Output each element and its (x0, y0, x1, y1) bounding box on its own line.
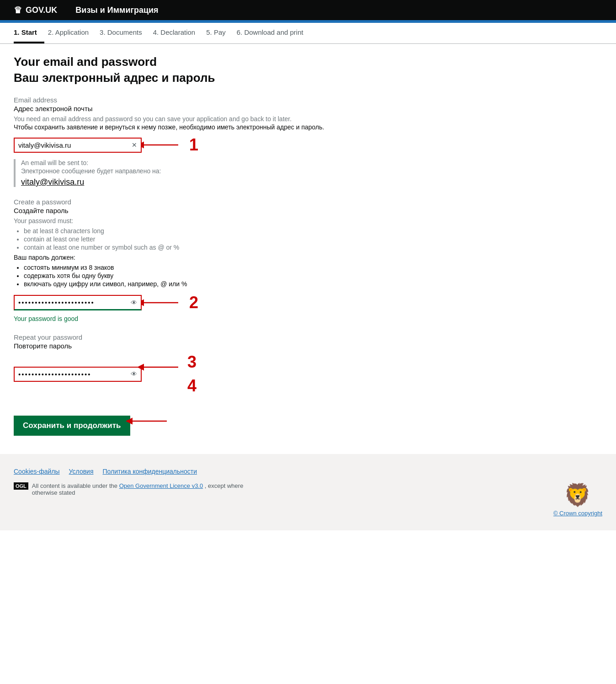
tab-start[interactable]: 1. Start (14, 23, 44, 43)
password-label-en: Create a password (14, 198, 398, 206)
annotation-1: 1 (189, 135, 198, 155)
tab-application[interactable]: 2. Application (48, 23, 96, 43)
site-title: Визы и Иммиграция (75, 5, 158, 15)
req-en-1: be at least 8 characters long (24, 227, 398, 235)
footer-right: 🦁 © Crown copyright (553, 482, 602, 517)
email-hint-en: You need an email address and password s… (14, 115, 398, 123)
email-label-en: Email address (14, 96, 398, 104)
footer: Cookies-файлы Условия Политика конфиденц… (0, 454, 616, 530)
annotation-2: 2 (189, 293, 198, 312)
email-clear-icon[interactable]: ✕ (132, 141, 137, 149)
email-confirm-block: An email will be sent to: Электронное со… (14, 159, 398, 187)
ogl-badge: OGL (14, 482, 28, 490)
password-must-label: Your password must: (14, 217, 398, 224)
page-title-en: Your email and password (14, 55, 398, 69)
logo-text: GOV.UK (26, 5, 57, 15)
footer-ogl: OGL All content is available under the O… (14, 482, 265, 496)
copyright-link[interactable]: © Crown copyright (553, 510, 602, 517)
repeat-password-input[interactable] (18, 370, 131, 378)
submit-button[interactable]: Сохранить и продолжить (14, 416, 130, 436)
page-title-ru: Ваш электронный адрес и пароль (14, 71, 398, 85)
tab-pay[interactable]: 5. Pay (206, 23, 233, 43)
footer-link-terms[interactable]: Условия (69, 468, 94, 475)
vash-parol-label: Ваш пароль должен: (14, 254, 398, 261)
email-confirm-value: vitaly@vikivisa.ru (21, 177, 398, 187)
password-good-msg: Your password is good (14, 315, 398, 322)
footer-bottom: OGL All content is available under the O… (14, 482, 602, 517)
req-ru-3: включать одну цифру или символ, например… (24, 280, 398, 288)
password-requirements-ru: состоять минимум из 8 знаков содержать х… (14, 264, 398, 288)
arrow-submit (130, 412, 176, 430)
email-section: Email address Адрес электроной почты You… (14, 96, 398, 187)
gov-uk-logo[interactable]: ♛ GOV.UK (14, 5, 57, 16)
email-input-wrapper[interactable]: vitaly@vikivisa.ru ✕ (14, 138, 142, 153)
footer-links: Cookies-файлы Условия Политика конфиденц… (14, 468, 602, 475)
arrow-1 (142, 136, 187, 154)
tab-documents[interactable]: 3. Documents (100, 23, 149, 43)
email-input[interactable]: vitaly@vikivisa.ru (18, 141, 132, 149)
progress-nav: 1. Start 2. Application 3. Documents 4. … (0, 23, 616, 44)
main-content: Your email and password Ваш электронный … (0, 44, 411, 454)
tab-download[interactable]: 6. Download and print (237, 23, 311, 43)
repeat-password-label-en: Repeat your password (14, 333, 398, 341)
req-en-2: contain at least one letter (24, 235, 398, 243)
repeat-password-show-icon[interactable]: 👁 (131, 370, 137, 378)
password-show-icon[interactable]: 👁 (131, 299, 137, 306)
password-requirements-en: be at least 8 characters long contain at… (14, 227, 398, 251)
tab-declaration[interactable]: 4. Declaration (153, 23, 203, 43)
req-ru-1: состоять минимум из 8 знаков (24, 264, 398, 271)
footer-copyright: © Crown copyright (553, 510, 602, 517)
email-confirm-label-ru: Электронное сообщение будет направлено н… (21, 167, 398, 175)
password-input-wrapper[interactable]: 👁 (14, 295, 142, 310)
password-label-ru: Создайте пароль (14, 207, 398, 214)
password-section: Create a password Создайте пароль Your p… (14, 198, 398, 322)
repeat-password-section: Repeat your password Повторите пароль 👁 (14, 333, 398, 395)
email-confirm-label-en: An email will be sent to: (21, 159, 398, 166)
arrow-2 (142, 294, 187, 312)
password-input[interactable] (18, 299, 131, 306)
footer-link-cookies[interactable]: Cookies-файлы (14, 468, 60, 475)
req-ru-2: содержать хотя бы одну букву (24, 272, 398, 279)
email-label-ru: Адрес электроной почты (14, 105, 398, 112)
arrows-3-4 (142, 358, 215, 390)
footer-crown-icon: 🦁 (553, 482, 602, 508)
footer-link-privacy[interactable]: Политика конфиденциальности (103, 468, 197, 475)
crown-icon: ♛ (14, 5, 22, 16)
req-en-3: contain at least one number or symbol su… (24, 244, 398, 251)
ogl-link[interactable]: Open Government Licence v3.0 (119, 482, 203, 489)
repeat-password-label-ru: Повторите пароль (14, 342, 398, 350)
repeat-password-input-wrapper[interactable]: 👁 (14, 367, 142, 382)
email-hint-ru: Чтобы сохранить заявление и вернуться к … (14, 123, 398, 131)
header: ♛ GOV.UK Визы и Иммиграция (0, 0, 616, 20)
footer-ogl-text: All content is available under the Open … (32, 482, 265, 496)
